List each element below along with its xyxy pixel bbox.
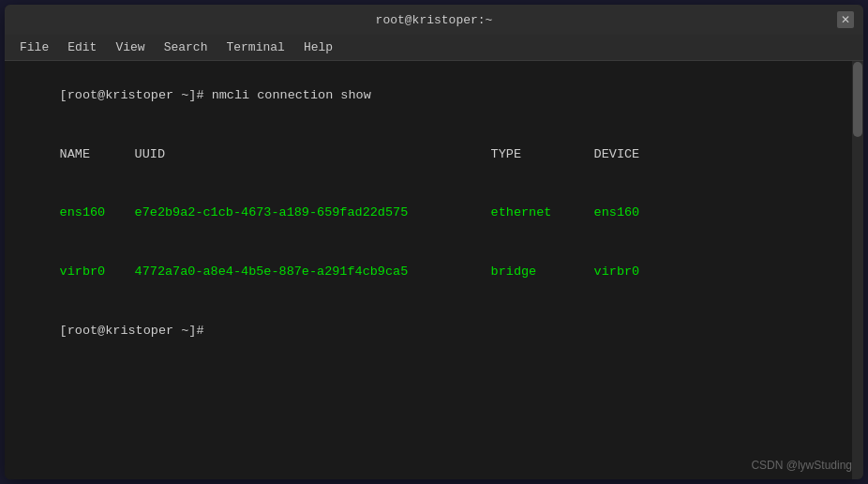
scrollbar-thumb[interactable] (853, 62, 862, 137)
virbr0-uuid: 4772a7a0-a8e4-4b5e-887e-a291f4cb9ca5 (135, 263, 491, 282)
virbr0-type: bridge (491, 263, 594, 282)
ens160-device: ens160 (594, 204, 640, 223)
terminal-line-ens160: ens160 e7e2b9a2-c1cb-4673-a189-659fad22d… (14, 185, 854, 244)
col-header-uuid: UUID (135, 145, 491, 165)
terminal-line-virbr0: virbr0 4772a7a0-a8e4-4b5e-887e-a291f4cb9… (14, 243, 854, 302)
menu-file[interactable]: File (12, 38, 56, 56)
scrollbar[interactable] (852, 61, 863, 479)
menu-search[interactable]: Search (157, 38, 216, 56)
ens160-name: ens160 (60, 204, 135, 223)
title-bar: root@kristoper:~ ✕ (5, 5, 863, 35)
terminal-body[interactable]: [root@kristoper ~]# nmcli connection sho… (5, 61, 863, 479)
watermark: CSDN @lywStuding (751, 459, 852, 472)
virbr0-device: virbr0 (594, 263, 640, 282)
terminal-line-prompt: [root@kristoper ~]# (14, 302, 854, 361)
terminal-line-header: NAME UUID TYPE DEVICE (14, 126, 854, 185)
col-header-type: TYPE (491, 145, 594, 165)
menu-edit[interactable]: Edit (60, 38, 104, 56)
menu-help[interactable]: Help (296, 38, 340, 56)
col-header-device: DEVICE (594, 145, 640, 165)
ens160-uuid: e7e2b9a2-c1cb-4673-a189-659fad22d575 (135, 204, 491, 223)
window-title: root@kristoper:~ (376, 13, 493, 27)
terminal-window: root@kristoper:~ ✕ File Edit View Search… (5, 5, 863, 479)
cursor (204, 324, 212, 338)
col-header-name: NAME (60, 145, 135, 165)
prompt-1: [root@kristoper ~]# (60, 88, 212, 102)
prompt-2: [root@kristoper ~]# (60, 324, 204, 338)
command-1: nmcli connection show (212, 88, 371, 102)
menu-terminal[interactable]: Terminal (218, 38, 292, 56)
virbr0-name: virbr0 (60, 263, 135, 282)
menu-view[interactable]: View (108, 38, 152, 56)
ens160-type: ethernet (491, 204, 594, 223)
close-button[interactable]: ✕ (837, 11, 854, 28)
menu-bar: File Edit View Search Terminal Help (5, 35, 863, 61)
terminal-line-1: [root@kristoper ~]# nmcli connection sho… (14, 67, 854, 126)
